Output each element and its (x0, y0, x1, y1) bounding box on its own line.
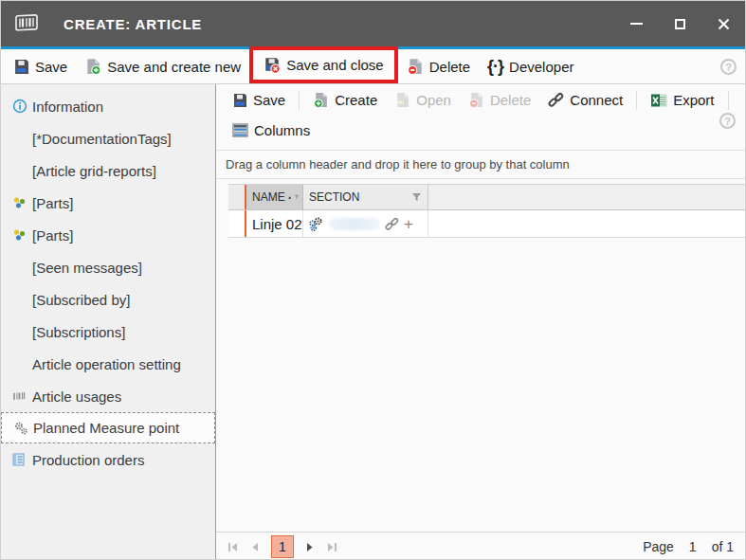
group-by-hint-text: Drag a column header and drop it here to… (226, 157, 570, 172)
add-icon[interactable]: + (404, 216, 413, 232)
main-panel: Save Create (216, 84, 745, 560)
column-header-section[interactable]: SECTION (303, 185, 428, 209)
save-label: Save (35, 59, 67, 75)
sidebar-item-documentationtags[interactable]: [*DocumentationTags] (1, 122, 215, 154)
panel-help-icon[interactable]: ? (719, 113, 736, 129)
panel-connect-button[interactable]: Connect (539, 92, 631, 108)
page-number: 1 (689, 539, 697, 554)
close-button[interactable] (701, 1, 745, 46)
column-header-name[interactable]: NAME (245, 185, 303, 209)
sidebar-item-label: [Parts] (32, 227, 73, 244)
page-plus-icon (84, 58, 101, 75)
excel-icon (650, 93, 667, 108)
sidebar-item-subscriptions[interactable]: [Subscriptions] (1, 316, 215, 348)
next-page-icon[interactable] (305, 542, 315, 552)
grid-header-empty (428, 185, 745, 209)
maximize-button[interactable] (658, 1, 701, 46)
panel-save-label: Save (253, 92, 285, 108)
sidebar-item-parts-2[interactable]: [Parts] (1, 219, 215, 251)
gears-icon (13, 421, 33, 436)
developer-button[interactable]: {·} Developer (479, 49, 582, 83)
sidebar-item-article-grid-reports[interactable]: [Article grid-reports] (1, 154, 215, 187)
cell-empty (428, 210, 745, 237)
sidebar-item-label: [Subscribed by] (32, 292, 130, 308)
save-button[interactable]: Save (5, 49, 76, 83)
sidebar-item-label: [*DocumentationTags] (32, 131, 172, 147)
group-by-hint: Drag a column header and drop it here to… (216, 150, 745, 179)
current-page-button[interactable]: 1 (271, 535, 294, 558)
help-icon[interactable]: ? (720, 59, 737, 75)
link-icon[interactable] (385, 217, 399, 231)
first-page-icon[interactable] (227, 542, 239, 552)
columns-icon (232, 123, 248, 137)
separator (728, 91, 729, 110)
developer-label: Developer (509, 59, 573, 75)
separator (636, 91, 637, 110)
last-page-icon[interactable] (326, 542, 337, 552)
page-of-label: of 1 (712, 539, 734, 554)
page-delete-icon (468, 92, 484, 108)
content: Information [*DocumentationTags] [Articl… (1, 84, 745, 560)
save-and-create-new-button[interactable]: Save and create new (76, 49, 249, 83)
sidebar-item-label: [Subscriptions] (32, 324, 125, 340)
pager-nav: 1 (227, 535, 337, 558)
cell-name-value: Linje 02 (252, 216, 302, 232)
previous-page-icon[interactable] (250, 542, 260, 552)
create-article-window: CREATE: ARTICLE Save (0, 0, 746, 560)
sidebar-item-label: Planned Measure point (33, 420, 179, 436)
panel-connect-label: Connect (570, 92, 623, 108)
panel-create-button[interactable]: Create (304, 92, 386, 108)
sidebar-item-label: Information (32, 99, 103, 115)
panel-columns-button[interactable]: Columns (224, 122, 318, 138)
main-toolbar: Save Save and create new (1, 49, 745, 84)
minimize-button[interactable] (614, 1, 658, 46)
table-row[interactable]: Linje 02 (228, 210, 745, 238)
maximize-icon (675, 19, 685, 29)
panel-create-label: Create (335, 92, 377, 108)
parts-icon (12, 196, 32, 209)
sidebar-item-subscribed-by[interactable]: [Subscribed by] (1, 283, 215, 316)
sidebar-item-seen-messages[interactable]: [Seen messages] (1, 251, 215, 283)
panel-open-button[interactable]: Open (386, 92, 460, 108)
filter-icon[interactable] (411, 192, 422, 202)
sidebar: Information [*DocumentationTags] [Articl… (1, 84, 216, 560)
gears-icon (308, 216, 324, 232)
sidebar-item-label: [Seen messages] (32, 260, 142, 276)
pager: 1 Page 1 of 1 (216, 532, 745, 560)
panel-export-button[interactable]: Export (642, 92, 722, 108)
panel-save-button[interactable]: Save (224, 92, 294, 108)
sidebar-item-production-orders[interactable]: Production orders (1, 443, 215, 476)
filter-icon[interactable] (294, 192, 300, 202)
window-title: CREATE: ARTICLE (64, 16, 202, 32)
sidebar-item-parts-1[interactable]: [Parts] (1, 187, 215, 219)
delete-button[interactable]: Delete (398, 49, 479, 83)
sidebar-item-article-usages[interactable]: Article usages (1, 380, 215, 412)
row-indicator-cell (228, 210, 245, 237)
floppy-icon (13, 59, 29, 75)
panel-export-label: Export (673, 92, 714, 108)
barcode-icon (12, 390, 32, 402)
save-and-create-new-label: Save and create new (107, 59, 241, 75)
close-icon (718, 18, 730, 30)
sidebar-item-article-operation-setting[interactable]: Article operation setting (1, 348, 215, 380)
cell-section[interactable]: + (303, 210, 428, 237)
sidebar-item-planned-measure-point[interactable]: Planned Measure point (1, 412, 215, 443)
sidebar-item-information[interactable]: Information (1, 90, 215, 122)
minimize-icon (630, 23, 643, 25)
page-label: Page (643, 539, 674, 554)
page-delete-icon (407, 58, 424, 75)
column-name-label: NAME (252, 190, 285, 204)
save-and-close-button[interactable]: Save and close (255, 50, 392, 80)
cell-name[interactable]: Linje 02 (245, 210, 303, 237)
panel-toolbar-row1: Save Create (216, 84, 745, 116)
floppy-close-icon (264, 57, 281, 74)
sidebar-item-label: [Parts] (32, 195, 73, 211)
panel-delete-label: Delete (490, 92, 531, 108)
sidebar-item-label: Article usages (32, 388, 121, 405)
panel-delete-button[interactable]: Delete (460, 92, 539, 108)
panel-toolbar-row2: Columns (216, 116, 745, 144)
delete-label: Delete (429, 59, 470, 75)
grid-empty-area (216, 238, 745, 532)
pager-status: Page 1 of 1 (643, 539, 734, 554)
sidebar-item-label: Article operation setting (32, 356, 181, 372)
